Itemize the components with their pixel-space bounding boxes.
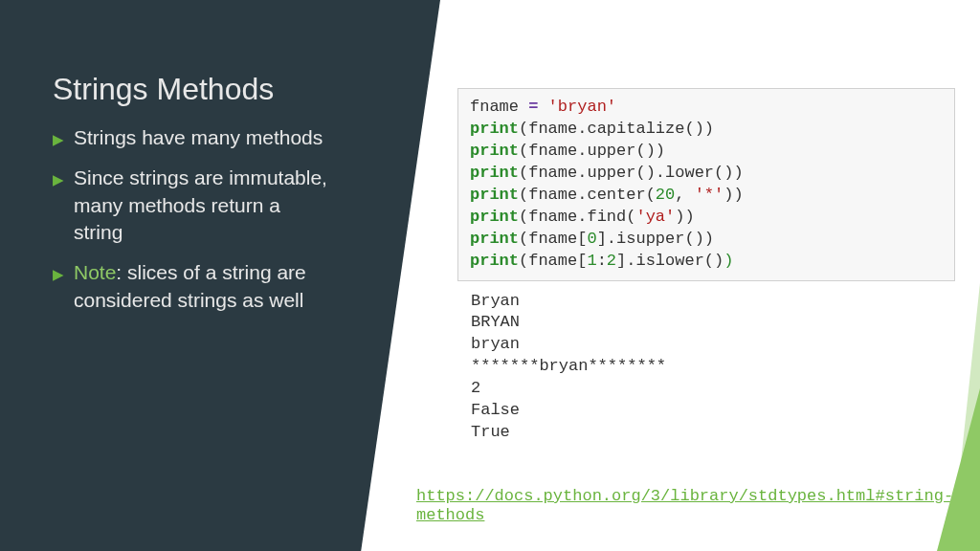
- accent-triangle: [937, 388, 980, 551]
- bullet-marker-icon: ▶: [53, 265, 64, 284]
- bullet-text: Since strings are immutable, many method…: [74, 165, 392, 246]
- bullet-text: Note: slices of a string are considered …: [74, 259, 392, 314]
- note-label: Note: [74, 261, 116, 283]
- sidebar-panel: Strings Methods ▶ Strings have many meth…: [0, 0, 440, 551]
- content-panel: fname = 'bryan' print(fname.capitalize()…: [457, 88, 955, 453]
- bullet-marker-icon: ▶: [53, 130, 64, 149]
- output-block: Bryan BRYAN bryan *******bryan******** 2…: [457, 281, 955, 454]
- bullet-item: ▶ Note: slices of a string are considere…: [53, 259, 392, 314]
- slide-title: Strings Methods: [53, 72, 392, 107]
- bullet-item: ▶ Strings have many methods: [53, 124, 392, 151]
- bullet-text: Strings have many methods: [74, 124, 392, 151]
- bullet-item: ▶ Since strings are immutable, many meth…: [53, 165, 392, 246]
- reference-link-row: https://docs.python.org/3/library/stdtyp…: [416, 486, 980, 524]
- docs-link[interactable]: https://docs.python.org/3/library/stdtyp…: [416, 487, 953, 524]
- code-block: fname = 'bryan' print(fname.capitalize()…: [457, 88, 955, 281]
- bullet-marker-icon: ▶: [53, 170, 64, 189]
